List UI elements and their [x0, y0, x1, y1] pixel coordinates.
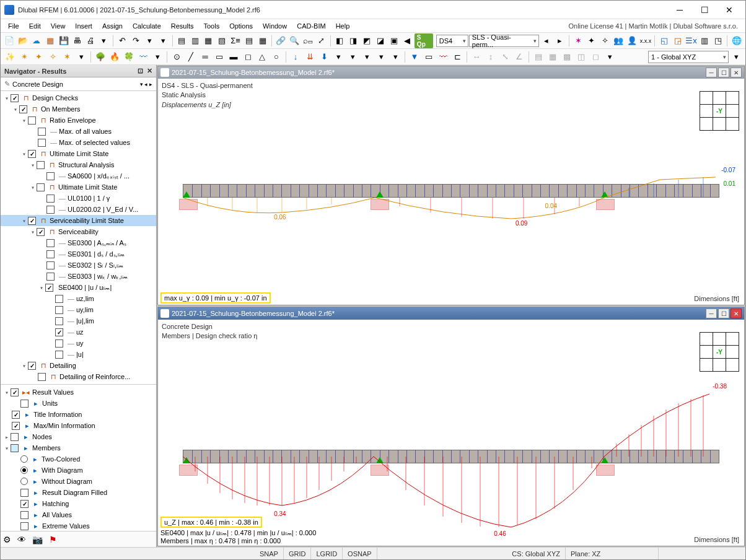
tree-units[interactable]: Units [42, 400, 58, 407]
cube1-icon[interactable]: ◱ [657, 34, 670, 48]
flag-icon[interactable]: ⚑ [49, 535, 57, 545]
table5-icon[interactable]: ▤ [242, 34, 255, 48]
grid4-icon[interactable]: ◫ [574, 50, 588, 64]
tree-icon[interactable]: 🌳 [94, 50, 107, 64]
load6-icon[interactable]: ▾ [360, 50, 374, 64]
tree-struct-an[interactable]: Structural Analysis [58, 161, 114, 168]
star2-icon[interactable]: ✦ [585, 34, 598, 48]
view1-canvas[interactable]: DS4 - SLS - Quasi-permanent Static Analy… [158, 79, 744, 305]
open-icon[interactable]: 📂 [17, 34, 30, 48]
zoom-win-icon[interactable]: ⌕▭ [302, 34, 315, 48]
icon-d[interactable]: ◪ [374, 34, 387, 48]
tree-uz[interactable]: uz [76, 328, 84, 336]
panel-close-icon[interactable]: ✕ [147, 67, 152, 75]
grid3-icon[interactable]: ▩ [560, 50, 574, 64]
grid2-icon[interactable]: ▦ [546, 50, 560, 64]
table6-icon[interactable]: ▦ [256, 34, 269, 48]
dim1-icon[interactable]: ↔ [470, 50, 483, 64]
tree-se0300[interactable]: SE0300 | Aₛ,ₘᵢₙ / Aₛ [68, 239, 126, 247]
view2-canvas[interactable]: Concrete Design Members | Design check r… [158, 320, 744, 546]
table2-icon[interactable]: ▥ [188, 34, 201, 48]
cube3-icon[interactable]: ☰x [685, 34, 698, 48]
tree-se0303[interactable]: SE0303 | wₖ / wₖ,ₗᵢₘ [68, 273, 128, 281]
icon-a[interactable]: ◧ [333, 34, 346, 48]
cube5-icon[interactable]: ◳ [712, 34, 725, 48]
sigma-icon[interactable]: Σ≡ [229, 34, 242, 48]
table1-icon[interactable]: ▤ [175, 34, 188, 48]
view2-close-button[interactable]: ✕ [731, 308, 742, 318]
menu-results[interactable]: Results [166, 21, 199, 31]
star1-icon[interactable]: ✶ [572, 34, 585, 48]
navigator-selector[interactable]: ✎ Concrete Design ▾ ◂ ▸ [1, 77, 156, 91]
view2-titlebar[interactable]: 2021-07-15_Schulung-Betonbemessung_Model… [158, 307, 744, 320]
tree-se0301[interactable]: SE0301 | dₛ / dₛ,ₗᵢₘ [68, 250, 125, 258]
coord-sys-combo[interactable]: 1 - Global XYZ [648, 51, 729, 63]
wand1-icon[interactable]: ✨ [3, 50, 17, 64]
tree-uzlim[interactable]: uz,lim [76, 295, 94, 302]
view1-max-button[interactable]: ☐ [718, 68, 729, 77]
wand3-icon[interactable]: ✦ [32, 50, 45, 64]
tree3-icon[interactable]: 🍀 [122, 50, 136, 64]
load5-icon[interactable]: ▾ [346, 50, 359, 64]
tree-sa0600[interactable]: SA0600 | x/dₑₓᵢₛₜ / ... [68, 172, 129, 180]
tree2-icon[interactable]: 🔥 [108, 50, 121, 64]
wand5-icon[interactable]: ✶ [60, 50, 74, 64]
sls-combo[interactable]: SLS - Quasi-perm... [469, 35, 539, 47]
redo-drop-icon[interactable]: ▾ [157, 34, 170, 48]
gear-icon[interactable]: ⚙ [3, 535, 11, 545]
section-icon[interactable]: ⊏ [450, 50, 464, 64]
tree-ul0200[interactable]: UL0200.02 | V_Ed / V... [68, 206, 138, 213]
tree-uylim[interactable]: uy,lim [76, 306, 94, 313]
search-icon[interactable]: 🔍 [288, 34, 301, 48]
solid-icon[interactable]: ▬ [227, 50, 240, 64]
line-icon[interactable]: ╱ [184, 50, 198, 64]
camera-icon[interactable]: 📷 [32, 535, 43, 545]
view1-titlebar[interactable]: 2021-07-15_Schulung-Betonbemessung_Model… [158, 66, 744, 79]
tree-extreme-values[interactable]: Extreme Values [42, 522, 90, 530]
print-icon[interactable]: 🖨 [84, 34, 97, 48]
menu-help[interactable]: Help [331, 21, 355, 31]
menu-cadbim[interactable]: CAD-BIM [292, 21, 330, 31]
menu-options[interactable]: Options [224, 21, 258, 31]
dim3-icon[interactable]: ⤡ [498, 50, 512, 64]
rect-sel-icon[interactable]: ▭ [422, 50, 436, 64]
maximize-button[interactable]: ☐ [692, 1, 717, 19]
wand2-icon[interactable]: ✴ [17, 50, 31, 64]
tree-maxmin[interactable]: Max/Min Information [33, 422, 95, 429]
view1-min-button[interactable]: ─ [706, 68, 717, 77]
tree-drop-icon[interactable]: ▾ [151, 50, 164, 64]
tree-two-colored[interactable]: Two-Colored [42, 455, 80, 463]
menu-file[interactable]: File [3, 21, 24, 31]
globe-icon[interactable]: 🌐 [730, 34, 743, 48]
menu-calc[interactable]: Calculate [128, 21, 166, 31]
prev-icon[interactable]: ◂ [540, 34, 553, 48]
dim4-icon[interactable]: ∠ [512, 50, 526, 64]
save-icon[interactable]: 💾 [57, 34, 70, 48]
tree-ul0100[interactable]: UL0100 | 1 / γ [68, 195, 110, 202]
cloud-icon[interactable]: ☁ [30, 34, 43, 48]
view1-close-button[interactable]: ✕ [731, 68, 742, 77]
icon-c[interactable]: ◩ [361, 34, 374, 48]
tree-serv[interactable]: Serviceability [58, 228, 99, 235]
surface-icon[interactable]: ▭ [213, 50, 226, 64]
chevron-down-icon[interactable]: ▾ [98, 34, 111, 48]
status-lgrid[interactable]: LGRID [311, 548, 343, 559]
redo-icon[interactable]: ↷ [129, 34, 143, 48]
menu-tools[interactable]: Tools [198, 21, 224, 31]
tree-uls[interactable]: Ultimate Limit State [50, 150, 108, 157]
tree-u[interactable]: |u| [76, 351, 84, 358]
view2-min-button[interactable]: ─ [706, 308, 717, 318]
drop-icon[interactable]: ▾ [603, 50, 617, 64]
status-grid[interactable]: GRID [284, 548, 312, 559]
wand-drop-icon[interactable]: ▾ [74, 50, 88, 64]
cube2-icon[interactable]: ◲ [671, 34, 684, 48]
tree-detailing[interactable]: Detailing [50, 362, 76, 369]
tree-hatching[interactable]: Hatching [42, 500, 69, 507]
support-icon[interactable]: △ [255, 50, 269, 64]
load4-icon[interactable]: ▾ [331, 50, 345, 64]
menu-insert[interactable]: Insert [70, 21, 97, 31]
menu-view[interactable]: View [46, 21, 71, 31]
star3-icon[interactable]: ✧ [599, 34, 612, 48]
undo-drop-icon[interactable]: ▾ [143, 34, 156, 48]
load1-icon[interactable]: ↓ [289, 50, 302, 64]
